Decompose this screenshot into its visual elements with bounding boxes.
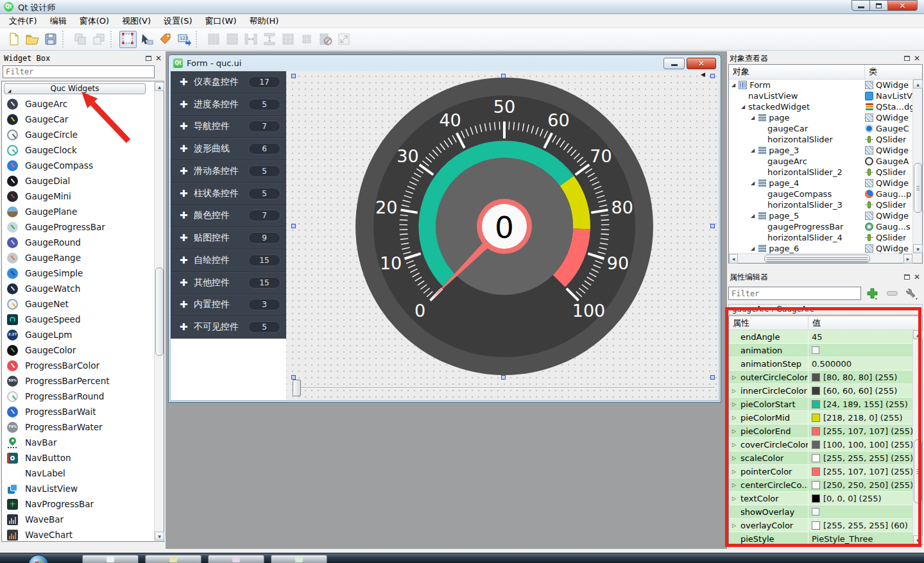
widget-item-NavButton[interactable]: NavButton: [3, 450, 153, 466]
selection-handle[interactable]: [710, 224, 715, 228]
column-object[interactable]: 对象: [729, 65, 865, 79]
menu-item-4[interactable]: 设置(S): [157, 14, 198, 28]
scroll-up-icon[interactable]: ▲: [155, 82, 164, 91]
menu-item-2[interactable]: 窗体(O): [73, 14, 116, 28]
tree-row-Form[interactable]: ◢ FormQWidge: [729, 80, 912, 90]
nav-item-11[interactable]: ✚不可见控件5: [171, 316, 286, 339]
widget-item-NavListView[interactable]: NavListView: [3, 481, 153, 496]
column-class[interactable]: 类: [865, 65, 922, 79]
nav-item-9[interactable]: ✚其他控件15: [171, 272, 286, 294]
close-dock-icon[interactable]: ✕: [914, 274, 920, 280]
widget-item-GaugeNet[interactable]: GaugeNet: [3, 296, 153, 312]
nav-item-2[interactable]: ✚导航控件7: [171, 116, 286, 139]
widget-box-scrollbar[interactable]: ▲ ▼: [154, 82, 164, 541]
edit-signals-icon[interactable]: [138, 31, 155, 48]
widget-item-GaugeWatch[interactable]: GaugeWatch: [3, 281, 153, 296]
widget-item-NavProgressBar[interactable]: +NavProgressBar: [3, 496, 153, 512]
configure-property-editor-button[interactable]: [903, 286, 921, 301]
widget-item-ProgressBarWater[interactable]: 74%ProgressBarWater: [3, 419, 153, 435]
slider-groove[interactable]: [298, 387, 715, 389]
restore-button[interactable]: [869, 0, 888, 11]
widget-item-GaugeDial[interactable]: GaugeDial: [3, 173, 153, 189]
menu-item-6[interactable]: 帮助(H): [243, 14, 285, 28]
nav-item-10[interactable]: ✚内置控件3: [171, 294, 286, 317]
widget-item-GaugeRange[interactable]: GaugeRange: [3, 250, 153, 265]
float-dock-icon[interactable]: [146, 56, 151, 61]
tree-row-navListView[interactable]: navListViewNavListV: [729, 90, 912, 101]
new-file-icon[interactable]: [4, 31, 22, 48]
collapse-branch-icon[interactable]: ◢: [751, 246, 758, 251]
taskbar-button-3[interactable]: [271, 555, 327, 563]
tree-row-horizontalSlider_4[interactable]: horizontalSlider_4QSlider: [729, 232, 912, 243]
widget-item-GaugeLpm[interactable]: 2.27GaugeLpm: [3, 327, 153, 342]
nav-item-7[interactable]: ✚贴图控件9: [171, 227, 286, 249]
property-filter-input[interactable]: [728, 287, 861, 300]
widget-item-GaugeSpeed[interactable]: GaugeSpeed: [3, 312, 153, 327]
nav-item-6[interactable]: ✚颜色控件7: [171, 205, 286, 228]
layout-horizontal-icon[interactable]: [223, 31, 241, 48]
form-close-button[interactable]: ✕: [687, 58, 716, 69]
nav-item-8[interactable]: ✚自绘控件15: [171, 249, 286, 272]
widget-item-GaugeMini[interactable]: GaugeMini: [3, 189, 153, 204]
widget-item-GaugeCompass[interactable]: GaugeCompass: [3, 158, 153, 173]
scroll-left-icon[interactable]: ◀: [729, 254, 738, 264]
tree-row-horizontalSlider_2[interactable]: horizontalSlider_2QSlider: [729, 167, 912, 178]
close-dock-icon[interactable]: ✕: [914, 55, 920, 62]
selection-handle[interactable]: [710, 375, 715, 380]
widget-item-ProgressBarWait[interactable]: ProgressBarWait: [3, 404, 153, 419]
widget-item-GaugeRound[interactable]: GaugeRound: [3, 235, 153, 250]
edit-tab-order-icon[interactable]: 123: [175, 31, 193, 48]
edit-widgets-icon[interactable]: [119, 31, 137, 48]
widget-item-NavBar[interactable]: NavBar: [3, 435, 153, 450]
selection-handle[interactable]: [501, 375, 506, 380]
selection-handle[interactable]: [291, 224, 296, 228]
scrollbar-thumb[interactable]: [764, 255, 870, 263]
scroll-down-icon[interactable]: ▼: [913, 244, 923, 253]
break-layout-icon[interactable]: [316, 31, 334, 48]
collapse-branch-icon[interactable]: ◢: [751, 147, 758, 153]
tree-row-gaugeProgressBar[interactable]: gaugeProgressBarGaug...s: [729, 221, 912, 232]
collapse-branch-icon[interactable]: ◢: [751, 213, 758, 219]
slider-handle[interactable]: [293, 380, 301, 396]
scrollbar-thumb[interactable]: [914, 163, 922, 213]
form-titlebar[interactable]: Qt Form - quc.ui ✕: [169, 55, 721, 71]
remove-dynamic-property-button[interactable]: [884, 286, 900, 301]
scrollbar-thumb[interactable]: [155, 267, 164, 356]
layout-split-horizontal-icon[interactable]: [242, 31, 259, 48]
widget-item-WaveChart[interactable]: WaveChart: [3, 527, 153, 542]
tree-row-gaugeCar[interactable]: gaugeCarGaugeC: [729, 123, 912, 134]
widget-item-GaugeProgressBar[interactable]: GaugeProgressBar: [3, 219, 153, 235]
adjust-size-icon[interactable]: [335, 31, 352, 48]
nav-item-5[interactable]: ✚柱状条控件5: [171, 183, 286, 205]
selection-handle[interactable]: [291, 375, 296, 380]
scroll-right-icon[interactable]: ▶: [903, 254, 912, 264]
menu-item-1[interactable]: 编辑: [44, 14, 73, 28]
collapse-branch-icon[interactable]: ◢: [741, 104, 748, 110]
layout-split-vertical-icon[interactable]: [261, 31, 278, 48]
menu-item-0[interactable]: 文件(F): [3, 14, 44, 28]
selection-handle[interactable]: [501, 74, 506, 78]
widget-item-ProgressBarRound[interactable]: ProgressBarRound: [3, 389, 153, 404]
open-file-icon[interactable]: [23, 31, 40, 48]
collapse-branch-icon[interactable]: ◢: [751, 115, 758, 121]
nav-item-3[interactable]: ✚波形曲线6: [171, 138, 286, 160]
inspector-hscrollbar[interactable]: ◀ ▶: [729, 253, 912, 263]
menu-item-5[interactable]: 窗口(W): [198, 14, 243, 28]
float-dock-icon[interactable]: [904, 56, 910, 61]
taskbar-button-0[interactable]: [82, 555, 139, 563]
widget-item-NavLabel[interactable]: NavLabel: [3, 466, 153, 481]
nav-item-1[interactable]: ✚进度条控件5: [171, 94, 286, 116]
taskbar-button-2[interactable]: [208, 555, 264, 563]
start-button[interactable]: [28, 555, 49, 563]
tree-row-page_3[interactable]: ◢ page_3QWidge: [729, 145, 912, 156]
inspector-vscrollbar[interactable]: ▲ ▼: [912, 80, 922, 253]
tree-row-gaugeArc[interactable]: gaugeArcGaugeA: [729, 156, 912, 167]
tree-row-stackedWidget[interactable]: ◢stackedWidgetQSta...dg: [729, 101, 912, 112]
save-file-icon[interactable]: [42, 31, 59, 48]
close-dock-icon[interactable]: ✕: [155, 55, 162, 62]
selection-handle[interactable]: [710, 74, 715, 78]
collapse-branch-icon[interactable]: ◢: [751, 180, 758, 186]
selection-handle[interactable]: [291, 74, 296, 78]
tree-row-page_6[interactable]: ◢ page_6QWidge: [729, 243, 912, 253]
layout-vertical-icon[interactable]: [205, 31, 222, 48]
